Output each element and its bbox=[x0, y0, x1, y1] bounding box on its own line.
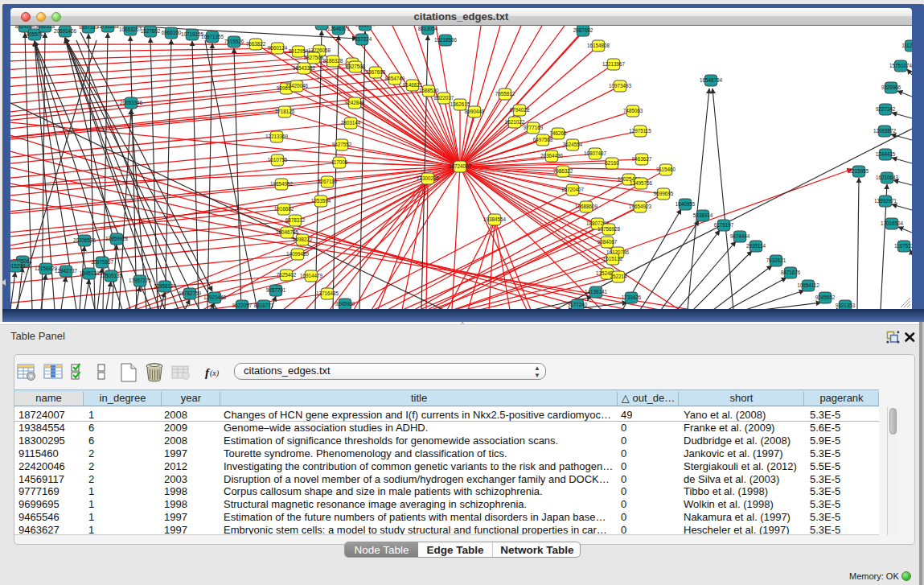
svg-text:12213369: 12213369 bbox=[265, 134, 289, 139]
svg-text:9327509: 9327509 bbox=[304, 55, 324, 60]
svg-text:12859928: 12859928 bbox=[105, 236, 129, 241]
svg-text:10756928: 10756928 bbox=[598, 226, 621, 232]
svg-text:746266: 746266 bbox=[549, 130, 567, 136]
svg-text:1621022: 1621022 bbox=[505, 119, 525, 125]
svg-text:(x): (x) bbox=[210, 369, 220, 378]
svg-text:9177240: 9177240 bbox=[568, 302, 588, 307]
svg-text:9084067: 9084067 bbox=[598, 239, 618, 245]
svg-text:7485063: 7485063 bbox=[623, 108, 643, 113]
svg-text:1916682: 1916682 bbox=[274, 206, 294, 212]
svg-text:2935114: 2935114 bbox=[746, 243, 766, 249]
svg-text:18724007: 18724007 bbox=[449, 163, 472, 169]
svg-text:16046785: 16046785 bbox=[276, 229, 299, 235]
svg-text:9245652: 9245652 bbox=[815, 295, 836, 300]
svg-text:9657791: 9657791 bbox=[266, 287, 286, 293]
svg-text:1362615: 1362615 bbox=[450, 101, 470, 107]
svg-text:16671355: 16671355 bbox=[201, 34, 224, 39]
svg-text:20364436: 20364436 bbox=[540, 153, 564, 159]
svg-text:16782759: 16782759 bbox=[179, 290, 202, 296]
svg-text:12975115: 12975115 bbox=[629, 128, 651, 134]
svg-text:9321353: 9321353 bbox=[836, 303, 856, 308]
svg-text:14136141: 14136141 bbox=[585, 289, 608, 295]
svg-text:1244415: 1244415 bbox=[876, 151, 896, 157]
svg-text:7625402: 7625402 bbox=[277, 272, 297, 278]
svg-text:15720407: 15720407 bbox=[561, 187, 585, 192]
svg-text:1167533: 1167533 bbox=[894, 243, 912, 249]
svg-text:8471676: 8471676 bbox=[781, 270, 801, 275]
svg-text:1345134: 1345134 bbox=[80, 270, 100, 276]
svg-text:19218586: 19218586 bbox=[434, 37, 458, 43]
svg-text:9329966: 9329966 bbox=[881, 84, 901, 90]
svg-text:62160: 62160 bbox=[605, 160, 619, 166]
svg-text:2087682: 2087682 bbox=[573, 27, 593, 33]
svg-text:10958127: 10958127 bbox=[154, 283, 177, 289]
svg-text:11731238: 11731238 bbox=[97, 26, 119, 29]
svg-text:1610755: 1610755 bbox=[268, 157, 288, 163]
svg-text:9777169: 9777169 bbox=[524, 125, 544, 130]
svg-text:16210643: 16210643 bbox=[876, 175, 899, 180]
svg-text:8912954: 8912954 bbox=[289, 48, 309, 54]
svg-text:1615132: 1615132 bbox=[603, 256, 623, 262]
svg-text:9242848: 9242848 bbox=[345, 100, 365, 105]
svg-text:1588520: 1588520 bbox=[419, 88, 439, 93]
svg-text:17016504: 17016504 bbox=[881, 220, 904, 226]
svg-text:9699695: 9699695 bbox=[654, 191, 674, 196]
svg-text:1353594: 1353594 bbox=[311, 198, 331, 204]
svg-text:2803144: 2803144 bbox=[341, 120, 361, 126]
svg-text:7955812: 7955812 bbox=[495, 91, 515, 97]
svg-text:9622057: 9622057 bbox=[232, 303, 253, 308]
svg-text:8924204: 8924204 bbox=[15, 26, 35, 29]
svg-text:9146821: 9146821 bbox=[403, 82, 423, 88]
svg-text:12093872: 12093872 bbox=[873, 128, 897, 134]
svg-text:12923448: 12923448 bbox=[203, 295, 227, 300]
svg-text:8816771: 8816771 bbox=[254, 303, 274, 308]
svg-text:9357110: 9357110 bbox=[79, 26, 99, 30]
svg-text:16543382: 16543382 bbox=[293, 65, 316, 71]
svg-text:19384554: 19384554 bbox=[483, 216, 507, 222]
svg-text:19654952: 19654952 bbox=[270, 181, 294, 187]
svg-text:10654112: 10654112 bbox=[797, 282, 819, 288]
svg-text:7357224: 7357224 bbox=[352, 36, 372, 42]
svg-text:9474444: 9474444 bbox=[730, 233, 750, 239]
svg-text:3267110: 3267110 bbox=[318, 179, 338, 184]
svg-text:1112405: 1112405 bbox=[901, 43, 912, 48]
svg-text:9463627: 9463627 bbox=[632, 156, 652, 162]
svg-text:16548784: 16548784 bbox=[700, 77, 723, 83]
svg-text:8186328: 8186328 bbox=[323, 58, 343, 64]
svg-text:9327508: 9327508 bbox=[346, 64, 366, 69]
svg-text:10688609: 10688609 bbox=[575, 204, 598, 209]
svg-text:117006: 117006 bbox=[331, 159, 348, 165]
svg-text:9660124: 9660124 bbox=[268, 45, 288, 51]
svg-text:7632621: 7632621 bbox=[766, 257, 786, 263]
svg-text:9245909: 9245909 bbox=[335, 301, 355, 307]
svg-text:9153274: 9153274 bbox=[355, 26, 376, 27]
svg-text:6497568: 6497568 bbox=[533, 137, 553, 142]
svg-text:1640955: 1640955 bbox=[676, 201, 696, 207]
svg-text:8454749: 8454749 bbox=[385, 76, 405, 81]
svg-text:10807487: 10807487 bbox=[584, 150, 607, 156]
svg-text:6794028: 6794028 bbox=[510, 107, 530, 113]
svg-text:16914479: 16914479 bbox=[300, 273, 323, 278]
svg-text:6179197: 6179197 bbox=[714, 222, 734, 228]
svg-text:13692971: 13692971 bbox=[874, 198, 897, 204]
svg-text:6878312: 6878312 bbox=[285, 217, 306, 223]
svg-text:18300295: 18300295 bbox=[417, 175, 440, 181]
svg-text:13495756: 13495756 bbox=[630, 180, 653, 186]
svg-text:252214: 252214 bbox=[610, 274, 627, 279]
svg-text:7663822: 7663822 bbox=[246, 41, 266, 47]
svg-text:3215955: 3215955 bbox=[849, 168, 869, 174]
svg-text:2718126: 2718126 bbox=[275, 109, 295, 114]
svg-text:19654923: 19654923 bbox=[629, 204, 652, 209]
svg-text:1527602: 1527602 bbox=[141, 28, 161, 34]
svg-text:9427552: 9427552 bbox=[332, 142, 352, 147]
svg-text:12213967: 12213967 bbox=[602, 61, 626, 67]
svg-text:7515526: 7515526 bbox=[224, 39, 244, 44]
svg-text:1498222: 1498222 bbox=[293, 237, 313, 242]
svg-text:2367608: 2367608 bbox=[366, 69, 386, 75]
svg-text:8813054: 8813054 bbox=[418, 26, 438, 31]
svg-text:10973493: 10973493 bbox=[609, 83, 632, 89]
svg-text:8322037: 8322037 bbox=[434, 95, 454, 101]
svg-text:17957275: 17957275 bbox=[129, 278, 152, 283]
svg-text:20691406: 20691406 bbox=[54, 28, 77, 34]
svg-text:16154808: 16154808 bbox=[587, 43, 610, 48]
